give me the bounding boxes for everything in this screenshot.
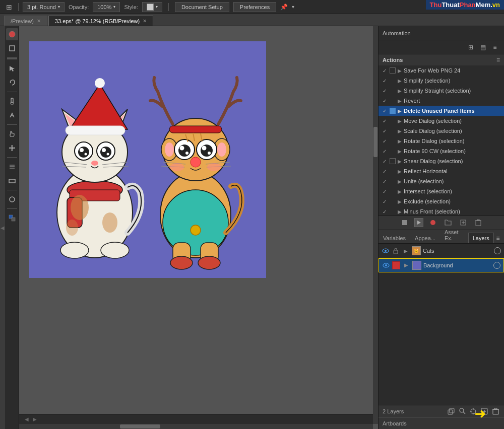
play-button[interactable] <box>414 218 423 227</box>
tool-color[interactable] <box>6 28 18 40</box>
eye-icon-bg[interactable] <box>382 261 390 269</box>
record-button[interactable] <box>427 218 438 227</box>
tab-bar: /Preview) ✕ 33.eps* @ 79.12% (RGB/Previe… <box>0 14 504 26</box>
panel-layout-icon[interactable]: ▤ <box>478 42 488 52</box>
tab-asset-export[interactable]: Asset Ex. <box>440 227 468 243</box>
collapse-handle-left[interactable]: ◀ <box>0 26 5 429</box>
scrollbar-thumb-h[interactable] <box>120 424 160 428</box>
chevron-icon[interactable]: ▾ <box>292 4 294 10</box>
check-icon: ✓ <box>382 198 388 204</box>
action-item-minus-front[interactable]: ✓ ▶ Minus Front (selection) <box>379 206 504 216</box>
preferences-button[interactable]: Preferences <box>233 2 276 12</box>
expand-icon-bg[interactable]: ▶ <box>402 261 410 269</box>
tool-lines[interactable] <box>6 161 18 173</box>
delete-layer-icon[interactable] <box>491 407 500 416</box>
tool-rect2[interactable] <box>6 175 18 187</box>
bg-thumbnail <box>412 261 421 270</box>
expand-icon-cats[interactable]: ▶ <box>402 247 410 255</box>
tool-flower[interactable] <box>6 142 18 154</box>
tool-swap[interactable] <box>6 212 18 224</box>
check-icon: ✓ <box>382 178 388 184</box>
artboards-label: Artboards <box>383 420 407 426</box>
action-item-intersect[interactable]: ✓ ▶ Intersect (selection) <box>379 186 504 196</box>
actions-panel: Actions ≡ ✓ ▶ Save For Web PNG 24 ✓ ▶ Si… <box>379 54 504 216</box>
actions-header: Actions ≡ <box>379 54 504 65</box>
canvas-bottom-bar: ◀ ▶ <box>19 414 373 424</box>
action-item-delete-unused[interactable]: ✓ ▶ Delete Unused Panel Items <box>379 106 504 116</box>
svg-point-69 <box>191 157 201 167</box>
check-icon: ✓ <box>382 168 388 174</box>
action-item-scale[interactable]: ✓ ▶ Scale Dialog (selection) <box>379 126 504 136</box>
eye-icon-cats[interactable] <box>382 247 390 255</box>
tool-pen[interactable] <box>6 95 18 107</box>
grid-icon[interactable]: ⊞ <box>4 2 14 12</box>
canvas-document <box>29 41 266 278</box>
svg-point-35 <box>102 148 106 152</box>
svg-point-64 <box>201 145 213 157</box>
check-icon: ✓ <box>382 148 388 154</box>
folder-icon[interactable] <box>443 218 454 227</box>
svg-marker-2 <box>10 66 15 72</box>
svg-point-68 <box>208 152 211 155</box>
action-item-simplify[interactable]: ✓ ▶ Simplify (selection) <box>379 76 504 86</box>
stop-button[interactable] <box>399 218 410 227</box>
action-item-reflect[interactable]: ✓ ▶ Reflect Horizontal <box>379 166 504 176</box>
lock-icon-cats[interactable] <box>392 247 400 255</box>
svg-rect-90 <box>394 250 398 254</box>
tab-variables[interactable]: Variables <box>379 233 410 243</box>
opacity-dropdown[interactable]: 100% ▾ <box>93 2 120 12</box>
tool-select[interactable] <box>6 62 18 75</box>
action-item-unite[interactable]: ✓ ▶ Unite (selection) <box>379 176 504 186</box>
action-item-move[interactable]: ✓ ▶ Move Dialog (selection) <box>379 116 504 126</box>
tool-text[interactable] <box>6 109 18 121</box>
action-item-rotate[interactable]: ✓ ▶ Rotate Dialog (selection) <box>379 136 504 146</box>
delete-action-icon[interactable] <box>473 218 484 227</box>
action-item-exclude[interactable]: ✓ ▶ Exclude (selection) <box>379 196 504 206</box>
action-item-revert[interactable]: ✓ ▶ Revert <box>379 96 504 106</box>
tool-lasso[interactable] <box>6 77 18 89</box>
bg-layer-circle[interactable] <box>493 262 500 269</box>
tool-hand[interactable] <box>6 128 18 140</box>
svg-point-40 <box>102 212 117 233</box>
tab-preview[interactable]: /Preview) ✕ <box>4 16 47 26</box>
panel-grid-icon[interactable]: ⊞ <box>466 42 476 52</box>
layer-background[interactable]: ▶ Background <box>379 258 504 272</box>
panel-menu-icon[interactable]: ≡ <box>490 42 500 52</box>
tab-close-preview[interactable]: ✕ <box>37 18 41 24</box>
svg-point-32 <box>78 147 89 158</box>
document-setup-button[interactable]: Document Setup <box>175 2 229 12</box>
action-item-rotate90[interactable]: ✓ ▶ Rotate 90 CW (selection) <box>379 146 504 156</box>
action-item-shear[interactable]: ✓ ▶ Shear Dialog (selection) <box>379 156 504 166</box>
tab-main[interactable]: 33.eps* @ 79.12% (RGB/Preview) ✕ <box>48 16 153 26</box>
nav-right-arrow[interactable]: ▶ <box>31 416 38 423</box>
action-item-save-web[interactable]: ✓ ▶ Save For Web PNG 24 <box>379 65 504 76</box>
tool-rect[interactable] <box>6 42 18 54</box>
layers-panel-menu[interactable]: ≡ <box>494 233 502 243</box>
svg-point-78 <box>207 163 221 171</box>
bg-layer-name: Background <box>423 262 491 268</box>
svg-rect-13 <box>9 179 15 183</box>
nav-left-arrow[interactable]: ◀ <box>23 416 30 423</box>
new-action-icon[interactable] <box>458 218 469 227</box>
check-icon: ✓ <box>382 67 388 74</box>
cats-layer-circle[interactable] <box>494 247 501 254</box>
pin-icon[interactable]: 📌 <box>280 4 288 11</box>
tab-appearance[interactable]: Appea... <box>410 233 440 243</box>
tool-circle[interactable] <box>6 193 18 205</box>
action-item-simplify-straight[interactable]: ✓ ▶ Simplify Straight (selection) <box>379 86 504 96</box>
scrollbar-vertical[interactable] <box>373 26 378 424</box>
svg-point-58 <box>165 142 174 157</box>
actions-menu-icon[interactable]: ≡ <box>496 56 500 63</box>
scrollbar-thumb-v[interactable] <box>373 127 377 157</box>
brush-size-dropdown[interactable]: 3 pt. Round ▾ <box>23 2 65 12</box>
svg-point-59 <box>217 142 226 157</box>
svg-rect-106 <box>493 409 498 414</box>
layer-cats[interactable]: ▶ 🐱 Cats <box>379 244 504 258</box>
make-clipping-mask-icon[interactable] <box>447 407 456 416</box>
canvas-area: ◀ ▶ <box>19 26 378 429</box>
scrollbar-horizontal[interactable] <box>19 424 373 429</box>
tab-layers[interactable]: Layers <box>468 233 494 243</box>
search-layers-icon[interactable] <box>458 407 467 416</box>
tab-close-main[interactable]: ✕ <box>143 18 147 24</box>
style-dropdown[interactable]: ▾ <box>142 2 162 12</box>
